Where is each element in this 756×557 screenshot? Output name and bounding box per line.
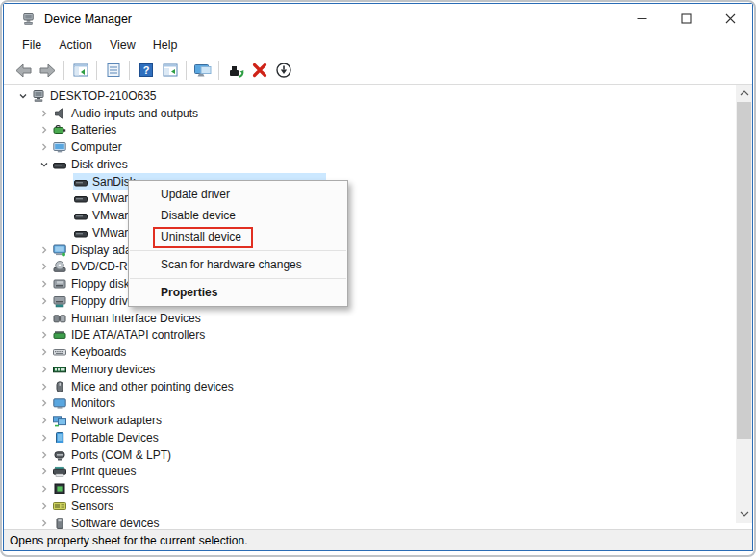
tree-row-mice-and-other-pointing-devices[interactable]: Mice and other pointing devices: [4, 378, 752, 395]
vertical-scrollbar[interactable]: [736, 85, 752, 523]
tree-row-vmware[interactable]: VMware: [4, 190, 752, 208]
tree-item-label: Disk drives: [71, 158, 128, 171]
chevron-collapsed-icon[interactable]: [37, 481, 52, 496]
row-content: Memory devices: [52, 361, 155, 378]
tree-row-floppy-disk[interactable]: Floppy disk: [4, 275, 752, 292]
disk-icon: [52, 157, 66, 171]
chevron-collapsed-icon[interactable]: [37, 122, 52, 138]
chevron-collapsed-icon[interactable]: [37, 242, 52, 258]
display-adapter-icon: [52, 242, 66, 257]
context-menu-item-uninstall-device[interactable]: Uninstall device: [129, 226, 347, 247]
toolbar-separator: [63, 61, 64, 80]
scroll-down-button[interactable]: [736, 506, 752, 521]
disk-icon: [73, 174, 88, 189]
maximize-button[interactable]: [664, 4, 708, 34]
chevron-collapsed-icon[interactable]: [37, 106, 52, 121]
back-button[interactable]: [12, 60, 36, 82]
tree-row-keyboards[interactable]: Keyboards: [4, 343, 752, 361]
forward-button[interactable]: [36, 60, 60, 82]
chevron-collapsed-icon[interactable]: [37, 311, 52, 326]
chevron-collapsed-icon[interactable]: [37, 516, 52, 529]
chevron-collapsed-icon[interactable]: [37, 276, 52, 291]
chevron-collapsed-icon[interactable]: [37, 259, 52, 274]
disk-icon: [73, 225, 88, 240]
close-icon: [723, 12, 738, 26]
row-content: Monitors: [52, 395, 115, 413]
properties-list-button[interactable]: [101, 60, 125, 82]
sensor-icon: [52, 498, 66, 513]
tree-row-processors[interactable]: Processors: [4, 480, 752, 497]
chevron-collapsed-icon[interactable]: [37, 139, 52, 155]
scan-hardware-button[interactable]: [271, 60, 295, 82]
chevron-collapsed-icon[interactable]: [37, 395, 52, 411]
tree-row-software-devices[interactable]: Software devices: [4, 515, 752, 529]
context-menu-item-update-driver[interactable]: Update driver: [129, 184, 347, 205]
tree-row-human-interface-devices[interactable]: Human Interface Devices: [4, 310, 752, 327]
close-button[interactable]: [708, 4, 752, 34]
minimize-button[interactable]: [619, 4, 664, 34]
tree-row-dvd-cd-r[interactable]: DVD/CD-R: [4, 259, 752, 276]
chevron-collapsed-icon[interactable]: [37, 362, 52, 377]
scrollbar-thumb[interactable]: [737, 102, 751, 439]
context-menu: Update driverDisable deviceUninstall dev…: [128, 180, 348, 307]
update-driver-button[interactable]: [223, 60, 247, 82]
context-menu-item-disable-device[interactable]: Disable device: [129, 205, 347, 226]
context-menu-item-scan-for-hardware-changes[interactable]: Scan for hardware changes: [129, 254, 347, 275]
context-menu-item-properties[interactable]: Properties: [129, 282, 347, 303]
tree-row-batteries[interactable]: Batteries: [4, 122, 752, 139]
uninstall-device-button[interactable]: [247, 60, 271, 82]
chevron-collapsed-icon[interactable]: [37, 430, 52, 445]
chevron-collapsed-icon[interactable]: [37, 293, 52, 309]
tree-item-label: Floppy disk: [71, 277, 130, 291]
tree-row-monitors[interactable]: Monitors: [4, 395, 752, 413]
chevron-collapsed-icon[interactable]: [37, 498, 52, 514]
tree-item-label: Human Interface Devices: [71, 312, 201, 325]
tree-row-computer[interactable]: Computer: [4, 139, 752, 156]
tree-row-floppy-drive-controllers[interactable]: Floppy drive controllers: [4, 292, 752, 310]
tree-row-display-ada[interactable]: Display ada: [4, 241, 752, 259]
chevron-collapsed-icon[interactable]: [37, 447, 52, 463]
show-console-tree-button[interactable]: [68, 60, 92, 82]
tree-row-audio-inputs-and-outputs[interactable]: Audio inputs and outputs: [4, 105, 752, 122]
chevron-collapsed-icon[interactable]: [37, 413, 52, 428]
popup-help-button[interactable]: [190, 60, 214, 82]
context-menu-label: Scan for hardware changes: [161, 258, 302, 271]
tree-row-vmware[interactable]: VMware: [4, 207, 752, 224]
tree-row-disk-drives[interactable]: Disk drives: [4, 156, 752, 173]
action-pane-button[interactable]: [158, 60, 182, 82]
tree-row-ide-ata-atapi-controllers[interactable]: IDE ATA/ATAPI controllers: [4, 327, 752, 344]
help-button[interactable]: ?: [134, 60, 158, 82]
context-menu-label: Uninstall device: [161, 230, 241, 243]
context-menu-separator: [130, 278, 346, 279]
chevron-expanded-icon[interactable]: [15, 89, 31, 104]
tree-row-memory-devices[interactable]: Memory devices: [4, 361, 752, 378]
menu-file[interactable]: File: [13, 36, 50, 55]
chevron-collapsed-icon[interactable]: [37, 344, 52, 360]
tree-row-portable-devices[interactable]: Portable Devices: [4, 429, 752, 446]
menu-help[interactable]: Help: [144, 36, 187, 55]
chevron-collapsed-icon[interactable]: [37, 379, 52, 394]
status-bar: Opens property sheet for the current sel…: [4, 529, 752, 550]
tree-item-label: Display ada: [71, 243, 132, 257]
window-title: Device Manager: [44, 13, 132, 26]
maximize-icon: [679, 12, 693, 26]
chevron-expanded-icon[interactable]: [37, 157, 52, 172]
floppy-drive-icon: [52, 277, 66, 291]
chevron-collapsed-icon[interactable]: [37, 327, 52, 342]
tree-row-vmware[interactable]: VMware: [4, 224, 752, 241]
tree-row-sensors[interactable]: Sensors: [4, 497, 752, 515]
row-content: Display ada: [52, 241, 132, 259]
scroll-up-button[interactable]: [736, 86, 752, 101]
chevron-collapsed-icon[interactable]: [37, 464, 52, 479]
row-content: DVD/CD-R: [52, 259, 128, 276]
menu-view[interactable]: View: [101, 36, 144, 55]
tree-row-desktop-210o635[interactable]: DESKTOP-210O635: [4, 88, 752, 105]
tree-row-sandisk[interactable]: SanDisk: [4, 173, 752, 190]
tree-row-print-queues[interactable]: Print queues: [4, 464, 752, 481]
row-content: Computer: [52, 139, 122, 156]
row-content: Human Interface Devices: [52, 310, 201, 327]
menu-action[interactable]: Action: [50, 36, 101, 55]
device-tree: DESKTOP-210O635Audio inputs and outputsB…: [4, 85, 752, 529]
tree-row-ports-com-lpt[interactable]: Ports (COM & LPT): [4, 446, 752, 464]
tree-row-network-adapters[interactable]: Network adapters: [4, 412, 752, 429]
